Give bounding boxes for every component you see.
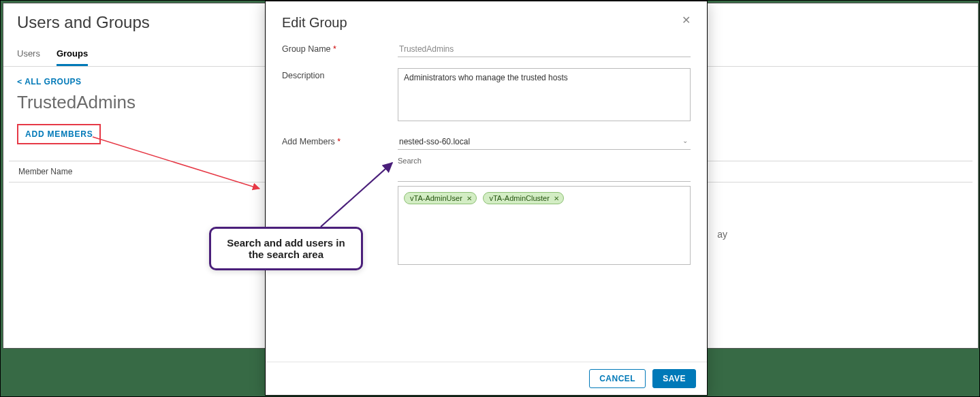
group-name-field[interactable] bbox=[398, 42, 691, 57]
annotation-callout: Search and add users in the search area bbox=[209, 227, 363, 270]
chevron-down-icon: ⌄ bbox=[682, 137, 688, 144]
add-members-button[interactable]: ADD MEMBERS bbox=[17, 124, 101, 144]
domain-select[interactable]: nested-sso-60.local ⌄ bbox=[398, 134, 691, 150]
search-label: Search bbox=[398, 157, 691, 165]
label-add-members: Add Members * bbox=[282, 134, 398, 146]
tab-users[interactable]: Users bbox=[17, 44, 40, 66]
chevron-left-icon: < bbox=[17, 77, 22, 86]
cancel-button[interactable]: CANCEL bbox=[589, 369, 646, 388]
modal-title: Edit Group bbox=[282, 15, 347, 31]
description-field[interactable]: Administrators who manage the trusted ho… bbox=[398, 68, 691, 121]
tab-groups[interactable]: Groups bbox=[57, 44, 88, 66]
breadcrumb-all-groups[interactable]: < ALL GROUPS bbox=[17, 77, 82, 86]
member-chip: vTA-AdminCluster✕ bbox=[483, 192, 563, 204]
remove-chip-icon[interactable]: ✕ bbox=[467, 195, 472, 202]
members-search-input[interactable] bbox=[398, 166, 691, 182]
obscured-text: ay bbox=[717, 229, 727, 240]
member-chip: vTA-AdminUser✕ bbox=[404, 192, 477, 204]
remove-chip-icon[interactable]: ✕ bbox=[554, 195, 559, 202]
save-button[interactable]: SAVE bbox=[652, 369, 696, 388]
label-description: Description bbox=[282, 68, 398, 80]
edit-group-modal: Edit Group ✕ Group Name * Description Ad… bbox=[265, 1, 708, 396]
selected-members-box: vTA-AdminUser✕ vTA-AdminCluster✕ bbox=[398, 186, 691, 265]
close-icon[interactable]: ✕ bbox=[682, 15, 691, 26]
label-group-name: Group Name * bbox=[282, 42, 398, 54]
